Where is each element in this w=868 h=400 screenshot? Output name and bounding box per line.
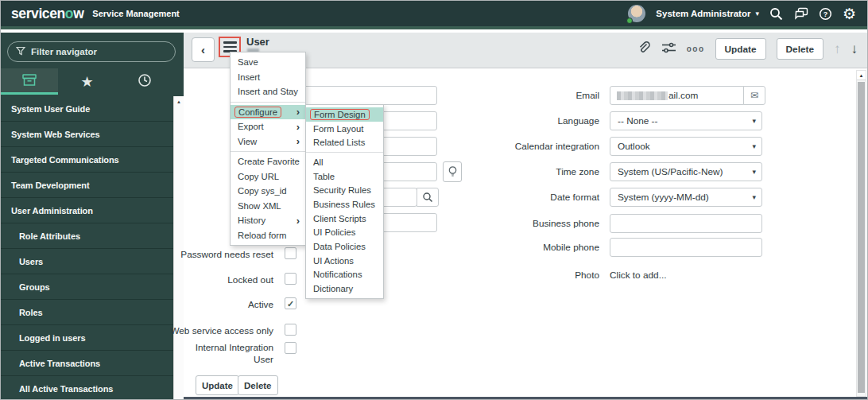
menu-item-insert-and-stay[interactable]: Insert and Stay bbox=[231, 84, 305, 99]
redacted-email-text bbox=[617, 91, 668, 100]
back-button[interactable]: ‹ bbox=[192, 37, 215, 62]
form-context-menu: SaveInsertInsert and StayConfigure›Expor… bbox=[230, 52, 306, 246]
chevron-down-icon: ▾ bbox=[752, 193, 761, 201]
scroll-up-icon[interactable]: ▲ bbox=[174, 96, 184, 104]
sidebar-item-role-attributes[interactable]: Role Attributes bbox=[1, 223, 173, 249]
sidebar-item-user-administration[interactable]: User Administration bbox=[1, 198, 173, 223]
sidebar-item-system-user-guide[interactable]: System User Guide bbox=[1, 96, 173, 122]
user-avatar[interactable] bbox=[628, 5, 645, 22]
sidebar-item-roles[interactable]: Roles bbox=[1, 300, 173, 325]
menu-item-ui-policies[interactable]: UI Policies bbox=[306, 226, 383, 240]
configure-submenu: Form DesignForm LayoutRelated ListsAllTa… bbox=[305, 104, 384, 299]
menu-item-history[interactable]: History› bbox=[231, 213, 305, 228]
email-input[interactable]: ail.com bbox=[610, 86, 744, 105]
menu-item-label: Insert and Stay bbox=[238, 87, 298, 96]
previous-record-icon[interactable]: ↑ bbox=[834, 41, 841, 57]
more-options-icon[interactable]: ooo bbox=[687, 45, 705, 53]
menu-item-form-design[interactable]: Form Design bbox=[306, 107, 383, 122]
scrollbar-thumb[interactable] bbox=[858, 82, 865, 393]
select-time-zone[interactable]: System (US/Pacific-New)▾ bbox=[610, 162, 762, 181]
menu-item-label: UI Policies bbox=[313, 227, 355, 237]
menu-item-label: Business Rules bbox=[313, 200, 375, 209]
envelope-icon[interactable]: ✉ bbox=[743, 86, 765, 105]
paperclip-icon[interactable] bbox=[637, 41, 651, 58]
update-button[interactable]: Update bbox=[715, 38, 766, 60]
menu-item-reload-form[interactable]: Reload form bbox=[231, 228, 305, 243]
menu-item-label: Security Rules bbox=[313, 185, 371, 195]
next-record-icon[interactable]: ↓ bbox=[851, 41, 858, 57]
menu-item-data-policies[interactable]: Data Policies bbox=[306, 239, 383, 254]
chevron-down-icon[interactable]: ▾ bbox=[755, 10, 759, 17]
personalize-form-icon[interactable] bbox=[661, 41, 676, 57]
menu-item-dictionary[interactable]: Dictionary bbox=[306, 282, 383, 296]
menu-item-security-rules[interactable]: Security Rules bbox=[306, 183, 383, 197]
form-footer-delete-button[interactable]: Delete bbox=[238, 375, 278, 395]
menu-item-insert[interactable]: Insert bbox=[231, 70, 305, 85]
menu-item-show-xml[interactable]: Show XML bbox=[231, 199, 305, 214]
photo-add-link[interactable]: Click to add... bbox=[610, 270, 666, 281]
menu-item-label: Table bbox=[313, 172, 335, 181]
sidebar-item-groups[interactable]: Groups bbox=[1, 274, 173, 300]
select-value: Outlook bbox=[618, 141, 650, 152]
input-mobile-phone[interactable] bbox=[610, 238, 762, 257]
menu-item-form-layout[interactable]: Form Layout bbox=[306, 122, 383, 136]
sidebar-item-logged-in-users[interactable]: Logged in users bbox=[1, 325, 173, 351]
submenu-chevron-icon: › bbox=[296, 107, 300, 117]
star-icon: ★ bbox=[80, 75, 93, 89]
form-row-photo: PhotoClick to add... bbox=[184, 266, 867, 286]
menu-item-client-scripts[interactable]: Client Scripts bbox=[306, 212, 383, 226]
menu-item-label: Show XML bbox=[238, 201, 281, 211]
search-icon[interactable] bbox=[769, 7, 783, 21]
menu-item-copy-url[interactable]: Copy URL bbox=[231, 169, 305, 184]
checkbox-web-service-access-only[interactable] bbox=[285, 324, 296, 336]
menu-item-ui-actions[interactable]: UI Actions bbox=[306, 254, 383, 268]
delete-button[interactable]: Delete bbox=[777, 38, 823, 60]
checkbox-internal-integration-user[interactable] bbox=[285, 342, 296, 354]
chat-icon[interactable] bbox=[793, 7, 808, 20]
sidebar-item-active-transactions[interactable]: Active Transactions bbox=[1, 351, 173, 376]
select-language[interactable]: -- None --▾ bbox=[610, 111, 762, 130]
menu-item-related-lists[interactable]: Related Lists bbox=[306, 135, 383, 150]
menu-item-save[interactable]: Save bbox=[231, 55, 305, 70]
tab-history[interactable] bbox=[116, 68, 173, 95]
select-calendar-integration[interactable]: Outlook▾ bbox=[610, 137, 762, 156]
gear-icon[interactable]: ⚙ bbox=[843, 6, 856, 21]
sidebar-item-system-web-services[interactable]: System Web Services bbox=[1, 122, 173, 147]
sidebar-item-users[interactable]: Users bbox=[1, 249, 173, 274]
field-label: Calendar integration bbox=[515, 141, 599, 152]
submenu-chevron-icon: › bbox=[296, 122, 300, 132]
input-business-phone[interactable] bbox=[610, 214, 762, 233]
filter-navigator-input[interactable]: Filter navigator bbox=[7, 41, 176, 62]
menu-item-configure[interactable]: Configure› bbox=[231, 105, 305, 120]
form-footer-update-button[interactable]: Update bbox=[196, 375, 239, 395]
menu-item-all[interactable]: All bbox=[306, 155, 383, 169]
help-icon[interactable]: ? bbox=[819, 7, 832, 21]
menu-item-view[interactable]: View› bbox=[231, 134, 305, 150]
field-label: Mobile phone bbox=[543, 242, 599, 253]
email-visible-text: ail.com bbox=[668, 90, 698, 101]
menu-item-copy-sys-id[interactable]: Copy sys_id bbox=[231, 184, 305, 199]
field-label: Language bbox=[558, 115, 600, 126]
user-menu[interactable]: System Administrator bbox=[656, 9, 750, 18]
menu-item-business-rules[interactable]: Business Rules bbox=[306, 197, 383, 212]
menu-item-label: Form Design bbox=[310, 109, 370, 120]
sidebar-scrollbar[interactable]: ▲ bbox=[173, 96, 184, 399]
tab-favorites[interactable]: ★ bbox=[58, 68, 115, 95]
menu-separator bbox=[231, 102, 305, 103]
menu-item-notifications[interactable]: Notifications bbox=[306, 268, 383, 282]
field-label: Photo bbox=[575, 270, 599, 281]
select-value: System (yyyy-MM-dd) bbox=[618, 192, 709, 203]
sidebar-item-team-development[interactable]: Team Development bbox=[1, 173, 173, 198]
content-scrollbar[interactable]: ▲ bbox=[856, 70, 866, 397]
menu-item-create-favorite[interactable]: Create Favorite bbox=[231, 154, 305, 169]
menu-separator bbox=[306, 152, 383, 153]
tab-all-applications[interactable] bbox=[1, 68, 58, 95]
checkbox-active[interactable]: ✓ bbox=[285, 297, 296, 309]
chevron-down-icon: ▾ bbox=[752, 142, 761, 150]
select-date-format[interactable]: System (yyyy-MM-dd)▾ bbox=[610, 188, 762, 207]
scroll-up-icon[interactable]: ▲ bbox=[857, 71, 866, 80]
sidebar-item-all-active-transactions[interactable]: All Active Transactions bbox=[1, 376, 173, 399]
sidebar-item-targeted-communications[interactable]: Targeted Communications bbox=[1, 147, 173, 173]
menu-item-export[interactable]: Export› bbox=[231, 119, 305, 134]
menu-item-table[interactable]: Table bbox=[306, 169, 383, 184]
